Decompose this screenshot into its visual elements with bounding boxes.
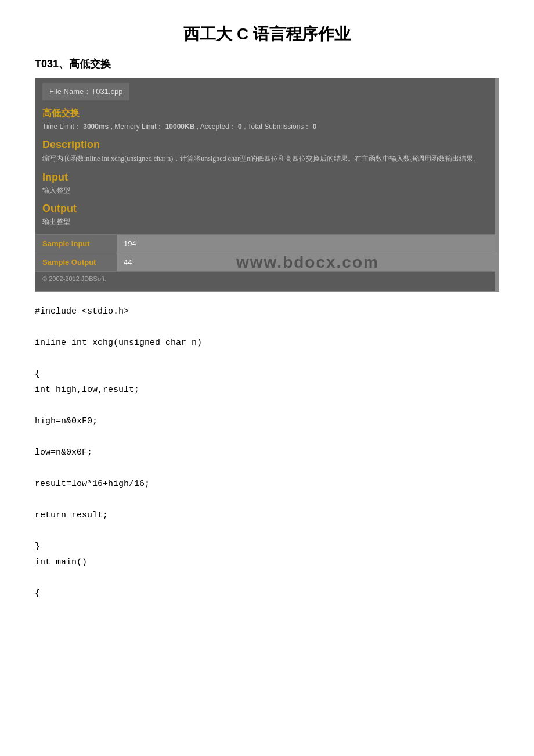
sample-input-row: Sample Input 194 (35, 235, 499, 253)
total-label: Total Submissions： (248, 123, 311, 131)
code-line-8: high=n&0xF0; (35, 413, 499, 429)
code-line-19: { (35, 586, 499, 602)
description-title: Description (42, 139, 492, 151)
code-line-3: inline int xchg(unsigned char n) (35, 335, 499, 351)
time-limit-label: Time Limit： (42, 123, 81, 131)
memory-limit-value: 10000KB (165, 123, 195, 131)
output-title: Output (42, 203, 492, 215)
code-line-4 (35, 351, 499, 366)
code-line-13 (35, 492, 499, 507)
watermark-text: www.bdocx.com (236, 253, 379, 272)
memory-limit-label: Memory Limit： (114, 123, 163, 131)
problem-content: 高低交换 Time Limit： 3000ms , Memory Limit： … (35, 107, 499, 227)
code-line-14: return result; (35, 507, 499, 523)
code-line-2 (35, 319, 499, 335)
sample-output-row: Sample Output 44 www.bdocx.com (35, 253, 499, 272)
code-line-5: { (35, 366, 499, 382)
code-line-15 (35, 523, 499, 539)
input-title: Input (42, 171, 492, 183)
description-text: 编写内联函数inline int xchg(unsigned char n)，计… (42, 153, 492, 164)
sample-output-label: Sample Output (35, 253, 117, 272)
sample-input-value: 194 (117, 235, 499, 253)
sample-output-value: 44 www.bdocx.com (117, 253, 499, 272)
code-line-18 (35, 570, 499, 586)
code-line-1: #include <stdio.h> (35, 304, 499, 319)
code-line-10: low=n&0x0F; (35, 445, 499, 460)
code-line-9 (35, 429, 499, 445)
code-section: #include <stdio.h> inline int xchg(unsig… (35, 304, 499, 602)
sample-output-number: 44 (124, 258, 132, 267)
total-value: 0 (313, 123, 317, 131)
code-line-11 (35, 460, 499, 476)
input-text: 输入整型 (42, 186, 492, 196)
footer-text: © 2002-2012 JDBSoft. (35, 271, 499, 286)
output-text: 输出整型 (42, 217, 492, 227)
problem-subtitle: T031、高低交换 (35, 57, 499, 71)
code-line-17: int main() (35, 555, 499, 570)
sample-input-label: Sample Input (35, 235, 117, 253)
problem-box: File Name：T031.cpp 高低交换 Time Limit： 3000… (35, 78, 499, 292)
accepted-label: Accepted： (200, 123, 236, 131)
accepted-value: 0 (238, 123, 242, 131)
code-line-12: result=low*16+high/16; (35, 476, 499, 492)
code-line-6: int high,low,result; (35, 382, 499, 398)
code-line-16: } (35, 539, 499, 555)
sample-table: Sample Input 194 Sample Output 44 www.bd… (35, 234, 499, 271)
time-limit-value: 3000ms (83, 123, 109, 131)
meta-info: Time Limit： 3000ms , Memory Limit： 10000… (42, 122, 492, 132)
file-name-label: File Name：T031.cpp (49, 87, 122, 96)
code-line-7 (35, 398, 499, 413)
page-main-title: 西工大 C 语言程序作业 (35, 23, 499, 45)
file-name-bar: File Name：T031.cpp (35, 78, 499, 107)
problem-title: 高低交换 (42, 107, 492, 120)
